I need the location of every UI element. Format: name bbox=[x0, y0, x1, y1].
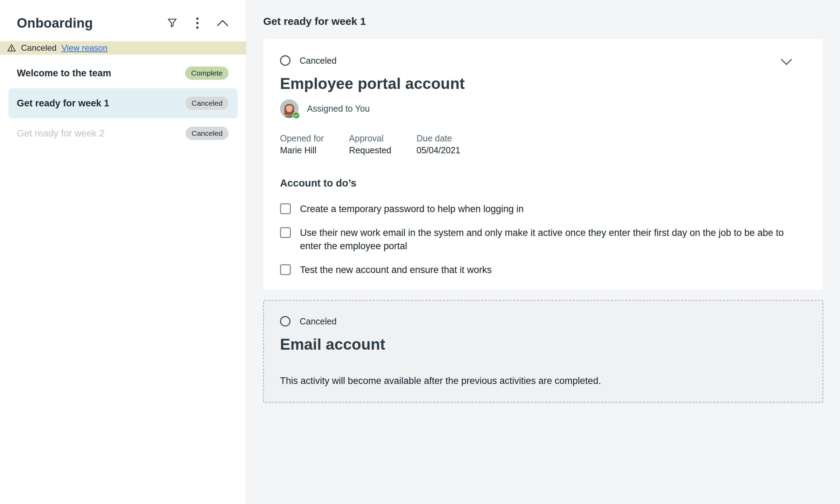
activity-meta: Opened for Marie Hill Approval Requested… bbox=[280, 133, 806, 156]
activity-detail-panel: Get ready for week 1 Canceled Employee p… bbox=[246, 0, 840, 504]
meta-approval: Approval Requested bbox=[349, 133, 391, 156]
meta-opened-for: Opened for Marie Hill bbox=[280, 133, 324, 156]
availability-check-icon bbox=[293, 112, 300, 119]
todo-list: Create a temporary password to help when… bbox=[280, 202, 806, 276]
view-reason-link[interactable]: View reason bbox=[61, 43, 107, 53]
meta-value: Requested bbox=[349, 145, 391, 156]
meta-value: 05/04/2021 bbox=[416, 145, 460, 156]
status-badge-complete: Complete bbox=[185, 66, 229, 80]
employee-portal-account-card: Canceled Employee portal account bbox=[263, 39, 823, 290]
activity-title: Employee portal account bbox=[280, 75, 806, 92]
card-status-text: Canceled bbox=[300, 56, 337, 66]
meta-value: Marie Hill bbox=[280, 145, 324, 156]
todo-item: Test the new account and ensure that it … bbox=[280, 263, 806, 276]
todo-label: Use their new work email in the system a… bbox=[300, 226, 806, 253]
chevron-up-icon bbox=[217, 19, 229, 27]
todo-item: Use their new work email in the system a… bbox=[280, 226, 806, 253]
list-item-label: Get ready for week 1 bbox=[17, 98, 109, 109]
complete-status-radio[interactable] bbox=[280, 55, 290, 66]
avatar bbox=[280, 99, 299, 118]
sidebar-title: Onboarding bbox=[17, 16, 93, 31]
todo-checkbox[interactable] bbox=[280, 203, 291, 214]
more-options-button[interactable] bbox=[194, 15, 201, 31]
sidebar-item-welcome-to-the-team[interactable]: Welcome to the team Complete bbox=[8, 58, 238, 88]
sidebar-header: Onboarding bbox=[0, 0, 246, 41]
meta-due-date: Due date 05/04/2021 bbox=[416, 133, 460, 156]
kebab-menu-icon bbox=[196, 17, 199, 29]
collapse-card-button[interactable] bbox=[779, 57, 794, 67]
meta-label: Opened for bbox=[280, 133, 324, 144]
meta-label: Approval bbox=[349, 133, 391, 144]
assignee-row: Assigned to You bbox=[280, 99, 806, 118]
activity-title: Email account bbox=[280, 336, 806, 353]
warning-icon bbox=[7, 43, 16, 52]
card-status-text: Canceled bbox=[300, 316, 337, 327]
activity-list: Welcome to the team Complete Get ready f… bbox=[0, 55, 246, 148]
collapse-panel-button[interactable] bbox=[215, 18, 230, 28]
onboarding-sidebar: Onboarding bbox=[0, 0, 246, 504]
canceled-banner: Canceled View reason bbox=[0, 41, 246, 55]
status-badge-canceled: Canceled bbox=[186, 127, 229, 140]
meta-label: Due date bbox=[416, 133, 460, 144]
locked-availability-message: This activity will become available afte… bbox=[280, 376, 806, 386]
todo-checkbox[interactable] bbox=[280, 227, 291, 238]
todo-label: Create a temporary password to help when… bbox=[300, 202, 524, 216]
list-item-label: Welcome to the team bbox=[17, 68, 111, 79]
page-title: Get ready for week 1 bbox=[263, 15, 823, 27]
todo-label: Test the new account and ensure that it … bbox=[300, 263, 492, 276]
assignee-label: Assigned to You bbox=[307, 104, 370, 114]
filter-icon bbox=[166, 17, 178, 29]
sidebar-item-get-ready-for-week-1[interactable]: Get ready for week 1 Canceled bbox=[8, 88, 238, 118]
banner-status-text: Canceled bbox=[21, 43, 56, 53]
todo-checkbox[interactable] bbox=[280, 264, 291, 275]
email-account-card-locked: Canceled Email account This activity wil… bbox=[263, 300, 823, 402]
todos-section-title: Account to do’s bbox=[280, 177, 806, 189]
filter-button[interactable] bbox=[165, 16, 180, 30]
sidebar-item-get-ready-for-week-2[interactable]: Get ready for week 2 Canceled bbox=[8, 118, 238, 148]
complete-status-radio-disabled bbox=[280, 316, 290, 327]
status-badge-canceled: Canceled bbox=[186, 97, 229, 110]
todo-item: Create a temporary password to help when… bbox=[280, 202, 806, 216]
list-item-label: Get ready for week 2 bbox=[17, 128, 105, 139]
chevron-down-icon bbox=[780, 58, 792, 66]
